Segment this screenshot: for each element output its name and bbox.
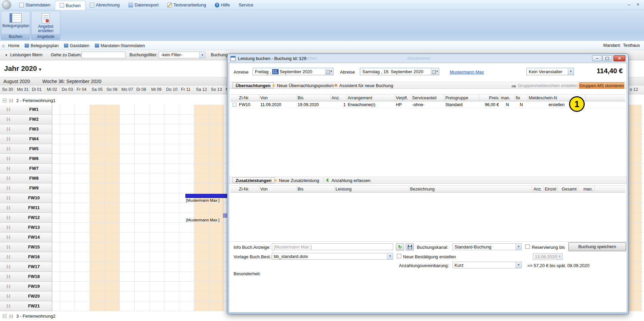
reservierung-bis-checkbox[interactable] [525, 244, 530, 249]
row-collapse-toggle[interactable]: [-] [7, 245, 10, 249]
menu-tab-textverarbeitung[interactable]: Textverarbeitung [163, 0, 210, 10]
room-label-cell[interactable]: [-]FW19 [0, 282, 52, 292]
room-label-cell[interactable]: [-]FW5 [0, 144, 52, 154]
room-label-cell[interactable]: [-]FW9 [0, 183, 52, 193]
room-label-cell[interactable]: [-]FW17 [0, 262, 52, 272]
abreise-date-input[interactable]: Samstag , 19. September 2020 [360, 68, 439, 75]
neue-zusatzleistung-button[interactable]: Neue Zusatzleistung [279, 178, 319, 183]
menu-tab-buchen[interactable]: Buchen [55, 1, 85, 10]
group-expander[interactable]: [-] [9, 314, 13, 318]
tree-collapse-icon[interactable] [3, 314, 6, 318]
menu-tab-datenexport[interactable]: Datenexport [124, 0, 163, 10]
row-collapse-toggle[interactable]: [-] [7, 215, 10, 219]
anzahlung-erfassen-button[interactable]: Anzahlung erfassen [331, 178, 370, 183]
chevron-down-icon[interactable] [516, 262, 521, 268]
row-checkbox[interactable] [233, 103, 237, 107]
dialog-title-bar[interactable]: Leistung buchen - Buchung Id: 129 che su… [227, 54, 628, 63]
belegungsplan-button[interactable]: Belegungsplan [2, 13, 29, 34]
room-label-cell[interactable]: [-]FW8 [0, 174, 52, 183]
row-collapse-toggle[interactable]: [-] [7, 264, 10, 268]
row-collapse-toggle[interactable]: [-] [7, 137, 10, 141]
table-row[interactable]: FW1011.09.202019.09.20201Erwachsene(r)HP… [230, 101, 625, 108]
room-label-cell[interactable]: [-]FW4 [0, 134, 52, 144]
group-expander[interactable]: [-] [9, 98, 13, 102]
menu-tab-hilfe[interactable]: Hilfe [210, 0, 234, 10]
chevron-down-icon[interactable] [199, 52, 205, 58]
chevron-down-icon[interactable] [516, 244, 521, 250]
quick-nav-item-home[interactable]: Home [2, 43, 19, 48]
refresh-button[interactable] [396, 243, 404, 250]
buchung-speichern-button[interactable]: Buchung speichern [568, 242, 626, 251]
menu-tab-abrechnung[interactable]: Abrechnung [85, 0, 124, 10]
buchungskanal-select[interactable]: Standard-Buchung [452, 243, 522, 250]
guest-name-link[interactable]: Mustermann Max [450, 69, 484, 75]
quick-nav-item-gastdaten[interactable]: Gastdaten [64, 43, 89, 48]
row-collapse-toggle[interactable]: [-] [7, 156, 10, 160]
year-dropdown-caret[interactable] [39, 67, 41, 72]
assistent-neue-buchung-button[interactable]: Assistent für neue Buchung [339, 83, 393, 88]
room-label-cell[interactable]: [-]FW7 [0, 164, 52, 174]
room-label-cell[interactable]: [-]FW1 [0, 105, 52, 115]
row-collapse-toggle[interactable]: [-] [7, 304, 10, 308]
uebernachtungen-tab[interactable]: Übernachtungen [233, 82, 274, 88]
row-collapse-toggle[interactable]: [-] [7, 255, 10, 259]
quick-nav-item-belegungsplan[interactable]: Belegungsplan [25, 43, 59, 48]
row-collapse-toggle[interactable]: [-] [7, 274, 10, 278]
room-label-cell[interactable]: [-]FW15 [0, 242, 52, 252]
row-collapse-toggle[interactable]: [-] [7, 166, 10, 170]
row-collapse-toggle[interactable]: [-] [7, 127, 10, 131]
room-label-cell[interactable]: [-]FW21 [0, 301, 52, 311]
chevron-down-icon[interactable] [387, 253, 393, 259]
row-collapse-toggle[interactable]: [-] [7, 117, 10, 121]
row-collapse-toggle[interactable]: [-] [7, 146, 10, 151]
tree-collapse-icon[interactable] [3, 99, 6, 102]
zusatzleistungen-tab[interactable]: Zusatzleistungen [233, 177, 275, 183]
calendar-dropdown-button[interactable] [325, 68, 333, 75]
room-label-cell[interactable]: [-]FW12 [0, 213, 52, 223]
info-buch-anzeige-input[interactable]: [Mustermann Max ] [272, 243, 393, 250]
neue-bestaetigung-checkbox[interactable] [397, 254, 401, 258]
row-collapse-toggle[interactable]: [-] [7, 107, 10, 111]
row-collapse-toggle[interactable]: [-] [7, 205, 10, 209]
row-collapse-toggle[interactable]: [-] [7, 284, 10, 288]
dialog-maximize-button[interactable] [602, 55, 612, 61]
row-collapse-toggle[interactable]: [-] [7, 235, 10, 239]
room-label-cell[interactable]: [-]FW14 [0, 233, 52, 242]
save-info-button[interactable] [406, 243, 414, 250]
dialog-minimize-button[interactable] [592, 55, 602, 61]
vorlage-select[interactable]: bb_standard.dotx [272, 253, 393, 260]
buchung-toolbar-item[interactable]: Buchung [211, 53, 227, 57]
menu-tab-service[interactable]: Service [234, 0, 258, 10]
anzahlungsvereinbarung-select[interactable]: Kurz [452, 262, 522, 268]
room-label-cell[interactable]: [-]FW3 [0, 124, 52, 134]
app-logo-icon[interactable] [2, 0, 11, 9]
row-collapse-toggle[interactable]: [-] [7, 294, 10, 298]
gehe-zu-datum-input[interactable] [81, 52, 125, 58]
room-label-cell[interactable]: [-]FW18 [0, 272, 52, 282]
chevron-down-icon[interactable] [568, 68, 573, 75]
quick-nav-item-mandaten-stammdaten[interactable]: Mandaten-Stammdaten [95, 43, 145, 48]
room-label-cell[interactable]: [-]FW2 [0, 115, 52, 124]
row-collapse-toggle[interactable]: [-] [7, 176, 10, 180]
room-label-cell[interactable]: [-]FW13 [0, 223, 52, 233]
gruppen-ms-stornieren-button[interactable]: Gruppen-MS stornieren [579, 82, 624, 89]
booking-bar[interactable] [185, 194, 227, 198]
calendar-dropdown-button[interactable] [431, 68, 439, 75]
window-minimize-button[interactable] [626, 1, 632, 7]
veranstalter-select[interactable]: Kein Veranstalter [526, 68, 574, 75]
room-label-cell[interactable]: [-]FW11 [0, 203, 52, 213]
window-close-button[interactable] [635, 1, 641, 7]
room-label-cell[interactable]: [-]FW6 [0, 154, 52, 164]
buchungsfilter-select[interactable]: -kein Filter- [159, 52, 205, 58]
angebot-erstellen-button[interactable]: Angebot erstellen [33, 13, 59, 34]
row-collapse-toggle[interactable]: [-] [7, 225, 10, 229]
filter-dropdown-icon[interactable] [5, 54, 8, 57]
leistungen-filtern-button[interactable]: Leistungen filtern [10, 53, 42, 57]
row-collapse-toggle[interactable]: [-] [7, 196, 10, 200]
room-label-cell[interactable]: [-]FW20 [0, 292, 52, 301]
neue-uebernachtungsposition-button[interactable]: Neue Übernachtungsposition [277, 83, 334, 88]
room-label-cell[interactable]: [-]FW16 [0, 252, 52, 262]
dialog-close-button[interactable] [613, 55, 625, 61]
room-label-cell[interactable]: [-]FW10 [0, 193, 52, 203]
menu-tab-stammdaten[interactable]: Stammdaten [15, 0, 55, 10]
